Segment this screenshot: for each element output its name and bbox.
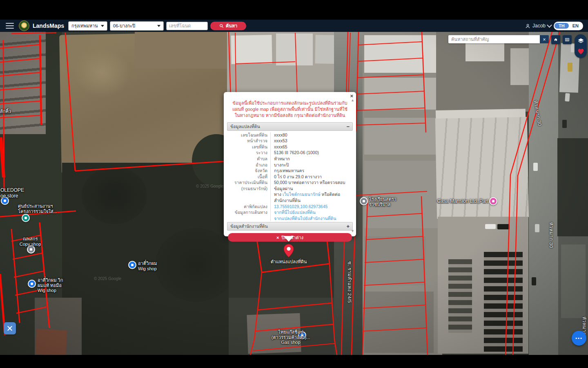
casa-mansion-icon[interactable] — [489, 197, 497, 205]
poi-glyph — [131, 264, 134, 266]
map-toolbar: × — [448, 35, 587, 58]
favorites-button[interactable] — [577, 48, 584, 54]
layers-favorites-panel — [575, 34, 587, 58]
popup-disclaimer: ข้อมูลนี้เพื่อใช้ประกอบการแสดงลักษณะรูปแ… — [230, 100, 350, 119]
field-label: หน้าสำรวจ — [228, 138, 271, 144]
menu-button[interactable] — [6, 23, 14, 29]
field-row: ข้อมูลการเดินทางจากที่นี่ไปยังแปลงที่ดิน… — [228, 209, 352, 221]
chevron-down-icon — [547, 22, 552, 28]
ellipsis-icon: ••• — [575, 336, 583, 341]
field-label: ข้อมูลการเดินทาง — [228, 209, 271, 221]
field-value: จากที่นี่ไปยังแปลงที่ดินจากแปลงที่ดินไปย… — [271, 209, 336, 221]
chevron-down-icon — [101, 25, 104, 27]
user-name: Jacob — [532, 23, 546, 29]
grid-view-button[interactable] — [563, 35, 572, 44]
app-title: LandsMaps — [33, 22, 64, 29]
field-row: เลขที่ดินxxxx65 — [228, 144, 352, 150]
section-land-office[interactable]: ข้อมูลสำนักงานที่ดิน + — [227, 222, 353, 231]
landsmaps-app: © 2025 Google © 2025 Google ตำแหน่งแปลงท… — [0, 0, 588, 368]
gas-shop-label: ไทยแก๊สช็อป(ตาวรรวมค้าแหง)...Gas shop — [272, 330, 310, 345]
user-icon — [525, 23, 530, 29]
poi-glyph — [363, 200, 365, 202]
wig-shop-1-icon[interactable] — [128, 261, 136, 269]
search-button[interactable]: ค้นหา — [210, 22, 246, 30]
measure-tools-button[interactable] — [4, 322, 16, 334]
wig-shop-1-label: อาตี๋วิกผมWig shop — [138, 261, 157, 271]
poi-glyph — [24, 217, 27, 219]
copy-shop-label: ณพสกรCopy shop — [20, 236, 41, 247]
home-button[interactable] — [551, 35, 560, 44]
field-value: xxxx53 — [271, 138, 287, 144]
field-row: เนื้อที่0 ไร่ 0 งาน 29.0 ตารางวา — [228, 174, 352, 180]
deed-number-input[interactable] — [166, 22, 208, 30]
province-value: กรุงเทพมหานคร — [71, 22, 98, 29]
field-label: ค่าพิกัดแปลง — [228, 204, 271, 210]
place-search-input[interactable] — [448, 35, 540, 43]
field-label: เนื้อที่ — [228, 174, 271, 180]
layers-icon — [577, 38, 584, 44]
field-value: xxxx65 — [271, 144, 287, 150]
wig-shop-2-label: อาตี๋วิกผม วิกผมแท้ ทอมือWig shop — [38, 278, 63, 293]
expand-icon[interactable]: + — [346, 223, 350, 229]
field-value: xxxx80 — [271, 132, 287, 138]
search-icon — [219, 24, 224, 28]
field-label: ราคาประเมินที่ดิน(กรมธนารักษ์) — [228, 180, 271, 203]
close-x-icon: × — [276, 235, 279, 240]
lang-th-button[interactable]: TH — [555, 23, 569, 29]
field-row: ระวาง5136 III 7620-06 (1000) — [228, 150, 352, 156]
navbar-right: Jacob TH EN — [525, 20, 583, 32]
top-navbar: LandsMaps กรุงเทพมหานคร 06-บางกะปิ ค้นหา… — [0, 20, 588, 32]
field-row: ราคาประเมินที่ดิน(กรมธนารักษ์)50,000 บาท… — [228, 180, 352, 203]
section-parcel-info[interactable]: ข้อมูลแปลงที่ดิน − — [227, 122, 353, 131]
popup-link[interactable]: จากที่นี่ไปยังแปลงที่ดิน — [274, 210, 316, 215]
popup-link[interactable]: เว็บไซต์กรมธนารักษ์ — [283, 192, 321, 197]
search-label: ค้นหา — [226, 22, 237, 29]
field-value: กรุงเทพมหานคร — [271, 168, 304, 174]
field-row: เลขโฉนดที่ดินxxxx80 — [228, 132, 352, 138]
clear-search-button[interactable]: × — [540, 35, 549, 43]
popup-link[interactable]: 13.75591029,100.62973645 — [274, 204, 327, 209]
field-value: 13.75591029,100.62973645 — [271, 204, 327, 210]
field-label: เลขโฉนดที่ดิน — [228, 132, 271, 138]
chevron-down-icon — [157, 25, 160, 27]
school-icon[interactable] — [360, 197, 368, 205]
community-pin-icon[interactable] — [22, 214, 30, 222]
road-ramkhamhaeng-24-5-label: ซ. รามคำแหง 24/5 — [346, 261, 353, 303]
layers-button[interactable] — [577, 38, 584, 44]
field-value: 0 ไร่ 0 งาน 29.0 ตารางวา — [271, 174, 322, 180]
language-toggle: TH EN — [554, 22, 583, 30]
user-menu[interactable]: Jacob — [525, 23, 551, 29]
field-row: ค่าพิกัดแปลง13.75591029,100.62973645 — [228, 204, 352, 210]
wig-shop-2-icon[interactable] — [28, 280, 36, 288]
school-label: โรงเรียนสตราราชบริบาล — [369, 197, 396, 207]
measure-tools-icon — [7, 325, 13, 332]
collapse-icon[interactable]: − — [346, 123, 350, 130]
field-label: ตำบล — [228, 156, 271, 162]
lang-en-button[interactable]: EN — [569, 23, 582, 29]
scroll-up-icon[interactable]: ▲ — [351, 98, 354, 102]
field-label: อำเภอ — [228, 162, 271, 168]
grid-icon — [565, 37, 569, 42]
poi-glyph — [30, 248, 32, 251]
more-options-fab[interactable]: ••• — [572, 331, 586, 346]
map-attribution: © 2025 Google — [94, 276, 121, 281]
poi-glyph — [492, 200, 494, 202]
field-label: เลขที่ดิน — [228, 144, 271, 150]
parcel-info-popup: × ▲ ▼ ข้อมูลนี้เพื่อใช้ประกอบการแสดงลักษ… — [224, 92, 356, 236]
field-value: 5136 III 7620-06 (1000) — [271, 150, 319, 156]
shoe-store-label: OLEDOPEoe store — [0, 188, 24, 199]
field-value: บางกะปิ — [271, 162, 289, 168]
poi-glyph — [31, 283, 33, 285]
dol-logo — [19, 20, 29, 31]
scroll-down-icon[interactable]: ▼ — [351, 229, 354, 233]
parcel-pin-label: ตำแหน่งแปลงที่ดิน — [271, 258, 307, 265]
field-row: จังหวัดกรุงเทพมหานคร — [228, 168, 352, 174]
district-select[interactable]: 06-บางกะปิ — [110, 21, 164, 31]
popup-link[interactable]: จากแปลงที่ดินไปยังสำนักงานที่ดิน — [274, 216, 336, 221]
popup-pointer — [283, 236, 294, 242]
parcel-fields: เลขโฉนดที่ดินxxxx80หน้าสำรวจxxxx53เลขที่… — [228, 132, 352, 222]
field-row: หน้าสำรวจxxxx53 — [228, 138, 352, 144]
parcel-location-pin[interactable] — [283, 244, 294, 258]
province-select[interactable]: กรุงเทพมหานคร — [68, 21, 107, 31]
community-project-label: ศูนย์ประสานงานฯโครงการรวมใจใส่... — [18, 204, 57, 214]
